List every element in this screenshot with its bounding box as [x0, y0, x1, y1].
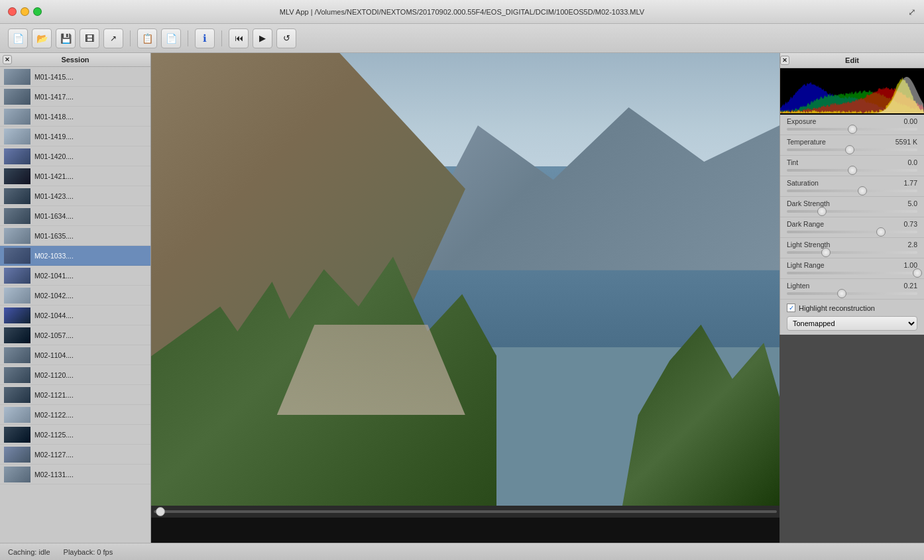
- slider-track[interactable]: [787, 128, 917, 131]
- session-label: M02-1125....: [34, 431, 74, 439]
- loop-button[interactable]: ↺: [276, 28, 296, 48]
- session-item[interactable]: M01-1419....: [0, 127, 150, 146]
- session-label: M02-1041....: [34, 272, 74, 280]
- histogram-canvas: [780, 68, 924, 115]
- highlight-reconstruction-checkbox[interactable]: [787, 304, 795, 312]
- open-folder-button[interactable]: 📂: [32, 28, 52, 48]
- control-value: 0.00: [904, 117, 917, 125]
- session-item[interactable]: M01-1421....: [0, 166, 150, 186]
- center-area: [151, 53, 780, 543]
- control-row-temperature: Temperature5591 K: [780, 135, 924, 156]
- close-button[interactable]: [8, 7, 17, 16]
- session-thumbnail: [4, 69, 30, 85]
- highlight-reconstruction-label[interactable]: Highlight reconstruction: [787, 304, 875, 312]
- scrubber-thumb[interactable]: [156, 507, 165, 516]
- info-button[interactable]: ℹ: [195, 28, 215, 48]
- session-label: M02-1127....: [34, 451, 74, 459]
- maximize-button[interactable]: [33, 7, 42, 16]
- slider-track[interactable]: [787, 190, 917, 192]
- session-item[interactable]: M01-1635....: [0, 226, 150, 246]
- slider-thumb[interactable]: [858, 186, 867, 196]
- session-label: M01-1421....: [34, 172, 74, 180]
- slider-thumb[interactable]: [876, 227, 886, 237]
- session-item[interactable]: M02-1125....: [0, 425, 150, 445]
- control-row-dark-strength: Dark Strength5.0: [780, 197, 924, 217]
- statusbar: Caching: idle Playback: 0 fps: [0, 543, 924, 560]
- slider-track[interactable]: [787, 231, 917, 233]
- session-item[interactable]: M02-1121....: [0, 385, 150, 405]
- session-label: M01-1417....: [34, 93, 74, 101]
- session-item[interactable]: M02-1044....: [0, 306, 150, 325]
- session-item[interactable]: M02-1122....: [0, 405, 150, 425]
- prev-frame-button[interactable]: ⏮: [229, 28, 249, 48]
- window-title: MLV App | /Volumes/NEXTODI/NEXTOMS/20170…: [280, 8, 644, 16]
- session-thumbnail: [4, 288, 30, 304]
- minimize-button[interactable]: [21, 7, 29, 16]
- main-layout: ✕ Session M01-1415....M01-1417....M01-14…: [0, 53, 924, 543]
- slider-thumb[interactable]: [845, 145, 854, 154]
- session-label: M01-1419....: [34, 133, 74, 140]
- session-item[interactable]: M02-1104....: [0, 345, 150, 365]
- copy-icon: 📋: [142, 33, 153, 44]
- session-item[interactable]: M01-1420....: [0, 146, 150, 166]
- session-thumbnail: [4, 129, 30, 144]
- new-document-button[interactable]: 📄: [8, 28, 28, 48]
- play-button[interactable]: ▶: [253, 28, 272, 48]
- session-thumbnail: [4, 467, 30, 482]
- slider-thumb[interactable]: [817, 207, 827, 216]
- session-item[interactable]: M02-1127....: [0, 445, 150, 465]
- session-item[interactable]: M02-1041....: [0, 266, 150, 286]
- control-row-saturation: Saturation1.77: [780, 176, 924, 197]
- session-label: M02-1131....: [34, 471, 74, 478]
- fullscreen-icon[interactable]: ⤢: [908, 7, 916, 17]
- slider-track[interactable]: [787, 292, 917, 295]
- session-thumbnail: [4, 168, 30, 184]
- toolbar-separator-1: [130, 30, 131, 46]
- session-item[interactable]: M02-1057....: [0, 325, 150, 345]
- scrubber-track[interactable]: [154, 510, 777, 513]
- slider-thumb[interactable]: [848, 166, 857, 175]
- filmstrip-button[interactable]: 🎞: [80, 28, 99, 48]
- slider-thumb[interactable]: [913, 268, 922, 278]
- sidebar-close-button[interactable]: ✕: [3, 55, 12, 64]
- session-item[interactable]: M02-1131....: [0, 465, 150, 484]
- slider-thumb[interactable]: [821, 248, 831, 257]
- export-button[interactable]: ↗: [103, 28, 123, 48]
- edit-panel-close-button[interactable]: ✕: [780, 56, 789, 65]
- control-label: Temperature: [787, 138, 826, 146]
- session-item[interactable]: M02-1120....: [0, 365, 150, 385]
- session-label: M01-1423....: [34, 192, 74, 200]
- session-item[interactable]: M01-1415....: [0, 67, 150, 87]
- copy-button[interactable]: 📋: [137, 28, 157, 48]
- control-label: Tint: [787, 158, 798, 166]
- session-label: M01-1418....: [34, 113, 74, 121]
- session-item[interactable]: M01-1418....: [0, 107, 150, 127]
- timeline-scrubber[interactable]: [151, 506, 780, 518]
- session-thumbnail: [4, 148, 30, 164]
- tonemapping-dropdown[interactable]: Tonemapped Highlight Blend Reconstruct: [787, 316, 917, 331]
- session-item[interactable]: M01-1417....: [0, 87, 150, 107]
- session-thumbnail: [4, 268, 30, 284]
- control-label: Light Strength: [787, 241, 830, 249]
- session-item[interactable]: M02-1042....: [0, 286, 150, 306]
- slider-thumb[interactable]: [837, 289, 846, 298]
- save-button[interactable]: 💾: [56, 28, 76, 48]
- paste-button[interactable]: 📄: [161, 28, 181, 48]
- waveform-area: [151, 518, 780, 543]
- slider-track[interactable]: [787, 169, 917, 172]
- slider-track[interactable]: [787, 148, 917, 151]
- slider-thumb[interactable]: [848, 125, 857, 134]
- window-controls[interactable]: [8, 7, 42, 16]
- slider-track[interactable]: [787, 251, 917, 254]
- control-label: Light Range: [787, 261, 825, 269]
- toolbar-separator-2: [188, 30, 188, 46]
- session-item[interactable]: M02-1033....: [0, 246, 150, 266]
- session-item[interactable]: M01-1634....: [0, 206, 150, 226]
- highlight-reconstruction-text: Highlight reconstruction: [799, 304, 875, 312]
- slider-track[interactable]: [787, 210, 917, 213]
- session-thumbnail: [4, 407, 30, 423]
- slider-track[interactable]: [787, 272, 917, 274]
- session-thumbnail: [4, 228, 30, 244]
- session-item[interactable]: M01-1423....: [0, 186, 150, 206]
- control-row-exposure: Exposure0.00: [780, 115, 924, 135]
